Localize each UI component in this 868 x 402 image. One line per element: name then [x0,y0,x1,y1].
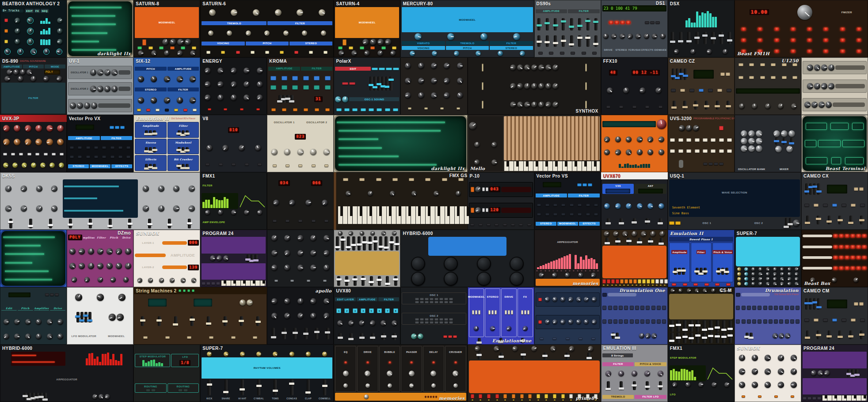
knob[interactable] [751,267,755,271]
button[interactable] [771,63,776,66]
knob[interactable] [338,231,343,235]
button[interactable] [841,319,846,322]
button[interactable] [478,310,480,315]
button[interactable] [593,270,595,272]
knob[interactable] [758,272,762,276]
fader[interactable] [323,379,326,395]
fader[interactable] [855,369,858,377]
button[interactable] [619,284,621,286]
button[interactable] [325,85,331,90]
knob[interactable] [185,39,191,46]
knob[interactable] [773,272,777,276]
led-button[interactable] [774,38,779,42]
knob[interactable] [364,50,370,56]
button[interactable] [708,89,713,92]
knob[interactable] [247,300,253,306]
button[interactable] [519,224,523,226]
knob[interactable] [411,191,417,196]
fader[interactable] [587,353,590,360]
button[interactable] [727,89,731,92]
button[interactable] [632,106,636,108]
knob[interactable] [190,76,196,82]
knob[interactable] [695,288,699,293]
knob[interactable] [4,49,11,55]
fader[interactable] [358,236,361,250]
button[interactable] [823,204,828,207]
knob[interactable] [517,64,523,71]
knob[interactable] [240,352,245,356]
knob[interactable] [284,298,290,304]
knob[interactable] [57,18,63,23]
knob[interactable] [18,76,23,82]
button[interactable] [280,51,284,54]
fader[interactable] [704,32,707,44]
knob[interactable] [780,272,784,276]
button[interactable] [78,155,82,158]
knob[interactable] [453,371,458,376]
knob[interactable] [217,68,224,74]
knob[interactable] [552,102,559,108]
button[interactable] [603,284,605,286]
knob[interactable] [545,319,550,324]
knob[interactable] [47,319,53,325]
knob[interactable] [517,83,523,89]
knob[interactable] [698,382,704,387]
button[interactable] [240,108,244,110]
knob[interactable] [324,250,330,256]
knob[interactable] [766,277,770,281]
button[interactable] [662,306,666,310]
knob[interactable] [637,137,643,142]
knob[interactable] [181,278,186,283]
knob[interactable] [218,210,223,215]
button[interactable] [479,394,482,398]
knob[interactable] [324,298,330,304]
knob[interactable] [491,142,497,148]
knob[interactable] [456,191,461,196]
button[interactable] [425,396,426,398]
knob[interactable] [107,248,113,254]
knob[interactable] [615,137,621,142]
knob[interactable] [321,30,326,36]
knob[interactable] [791,355,797,361]
fader[interactable] [694,101,697,110]
knob[interactable] [748,138,755,144]
fader[interactable] [638,238,641,245]
knob[interactable] [780,282,784,286]
button[interactable] [832,319,837,322]
button[interactable] [585,64,587,72]
button[interactable] [369,108,374,111]
knob[interactable] [306,352,311,356]
knob[interactable] [626,137,632,142]
button[interactable] [434,301,438,303]
knob[interactable] [223,255,229,261]
knob[interactable] [744,267,748,271]
fader[interactable] [352,236,355,250]
pad[interactable] [510,257,524,271]
button[interactable] [719,149,724,153]
led-button[interactable] [840,38,845,42]
button[interactable] [206,282,210,285]
button[interactable] [832,204,837,207]
fader[interactable] [703,333,706,343]
power-led[interactable] [344,361,347,364]
button[interactable] [817,397,821,400]
button[interactable] [536,270,538,272]
button[interactable] [859,187,864,191]
knob[interactable] [807,83,813,89]
fader[interactable] [354,276,357,286]
knob[interactable] [217,81,224,87]
knob[interactable] [47,334,53,339]
knob[interactable] [545,64,552,71]
button[interactable] [545,204,549,206]
led-button[interactable] [850,266,855,270]
fader[interactable] [712,32,715,44]
knob[interactable] [545,297,550,302]
button[interactable] [779,319,783,323]
fader[interactable] [188,219,191,228]
button[interactable] [560,270,562,272]
button[interactable] [645,21,649,24]
button[interactable] [434,321,438,324]
knob[interactable] [364,394,369,399]
knob[interactable] [659,137,664,142]
button[interactable] [791,395,794,398]
